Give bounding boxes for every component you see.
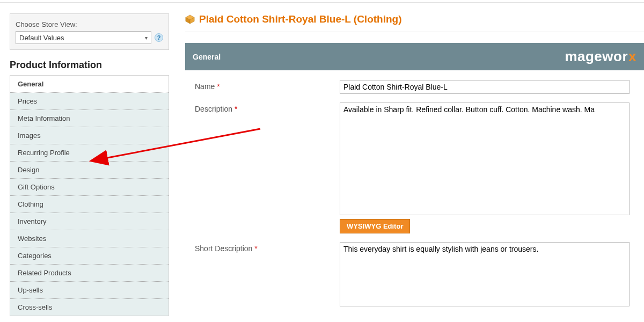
tab-websites[interactable]: Websites (10, 230, 169, 247)
product-tabs: General Prices Meta Information Images R… (10, 75, 169, 316)
tab-prices[interactable]: Prices (10, 93, 169, 110)
short-description-label: Short Description * (195, 242, 340, 253)
tab-general[interactable]: General (10, 76, 169, 93)
description-field[interactable] (340, 103, 630, 215)
tab-clothing[interactable]: Clothing (10, 196, 169, 213)
general-form: Name * Description * WYSIWYG Editor Shor… (185, 70, 644, 306)
store-view-value: Default Values (19, 34, 64, 42)
panel-header-title: General (193, 53, 221, 61)
product-cube-icon (185, 14, 195, 24)
product-information-title: Product Information (10, 60, 174, 71)
store-view-select[interactable]: Default Values ▾ (16, 31, 151, 44)
tab-related-products[interactable]: Related Products (10, 265, 169, 282)
store-view-switcher: Choose Store View: Default Values ▾ ? (10, 13, 169, 50)
short-description-field[interactable] (340, 242, 630, 306)
name-field[interactable] (340, 80, 630, 94)
page-title: Plaid Cotton Shirt-Royal Blue-L (Clothin… (199, 13, 402, 25)
tab-gift-options[interactable]: Gift Options (10, 179, 169, 196)
chevron-down-icon: ▾ (145, 35, 148, 41)
panel-header: General mageworx (185, 43, 644, 70)
store-view-label: Choose Store View: (16, 20, 163, 28)
sidebar: Choose Store View: Default Values ▾ ? Pr… (0, 8, 174, 316)
tab-meta-information[interactable]: Meta Information (10, 110, 169, 127)
tab-up-sells[interactable]: Up-sells (10, 282, 169, 299)
tab-design[interactable]: Design (10, 162, 169, 179)
help-icon[interactable]: ? (155, 33, 163, 42)
main-content: Plaid Cotton Shirt-Royal Blue-L (Clothin… (174, 8, 644, 316)
tab-cross-sells[interactable]: Cross-sells (10, 299, 169, 316)
tab-inventory[interactable]: Inventory (10, 213, 169, 230)
description-label: Description * (195, 103, 340, 113)
tab-categories[interactable]: Categories (10, 247, 169, 265)
tab-recurring-profile[interactable]: Recurring Profile (10, 144, 169, 162)
name-label: Name * (195, 80, 340, 91)
wysiwyg-editor-button[interactable]: WYSIWYG Editor (340, 219, 410, 233)
mageworx-logo: mageworx (565, 48, 636, 65)
tab-images[interactable]: Images (10, 127, 169, 144)
page-title-row: Plaid Cotton Shirt-Royal Blue-L (Clothin… (185, 13, 644, 25)
